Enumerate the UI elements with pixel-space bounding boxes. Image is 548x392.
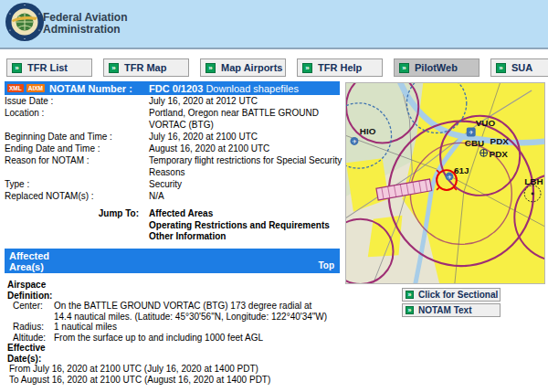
chevrons-icon: » bbox=[302, 63, 312, 73]
field-label: Radius: bbox=[5, 322, 54, 333]
map-label-lbh: LBH bbox=[524, 176, 543, 186]
field-label: Beginning Date and Time : bbox=[5, 131, 149, 143]
tab-map-airports[interactable]: » Map Airports bbox=[200, 58, 286, 77]
affected-areas-section-bar: Affected Area(s) Top bbox=[5, 249, 340, 273]
jump-link-operating-restrictions[interactable]: Operating Restrictions and Requirements bbox=[149, 220, 346, 232]
field-value: Temporary flight restrictions for Specia… bbox=[149, 154, 346, 178]
airspace-definition-block: Airspace Definition: Center: On the BATT… bbox=[5, 280, 346, 385]
airport-symbol-hio: ✈ bbox=[350, 137, 358, 145]
xml-badge-icon[interactable]: XML bbox=[7, 84, 24, 92]
sectional-chart-map[interactable]: ✈ ✈ ✈ HIO VUO CBU PDX PDX 61J LBH bbox=[345, 82, 545, 284]
header: Federal Aviation Administration bbox=[0, 0, 548, 49]
field-value: From the surface up to and including 100… bbox=[54, 333, 330, 344]
map-button-group: » Click for Sectional » NOTAM Text bbox=[402, 288, 501, 319]
field-value: Portland, Oregon near BATTLE GROUND VORT… bbox=[149, 107, 346, 131]
table-row: Reason for NOTAM : Temporary flight rest… bbox=[5, 154, 346, 178]
button-label: Click for Sectional bbox=[418, 290, 498, 300]
tab-label: PilotWeb bbox=[415, 62, 458, 73]
svg-text:✈: ✈ bbox=[352, 139, 356, 144]
notam-text-button[interactable]: » NOTAM Text bbox=[402, 303, 501, 317]
field-value: On the BATTLE GROUND VORTAC (BTG) 173 de… bbox=[54, 301, 330, 322]
field-value: N/A bbox=[149, 190, 346, 202]
airport-symbol-61j: ✈ bbox=[446, 173, 454, 181]
faa-logo-icon bbox=[5, 2, 45, 42]
map-label-pdx: PDX bbox=[490, 136, 510, 146]
svg-text:✈: ✈ bbox=[447, 175, 451, 180]
airport-symbol-vuo: ✈ bbox=[467, 128, 476, 137]
tab-pilotweb[interactable]: » PilotWeb bbox=[394, 58, 480, 77]
field-value: July 16, 2020 at 2100 UTC bbox=[149, 131, 346, 143]
section-title: Affected Area(s) bbox=[9, 250, 73, 272]
jump-link-other-information[interactable]: Other Information bbox=[149, 231, 346, 243]
table-row: Center: On the BATTLE GROUND VORTAC (BTG… bbox=[5, 301, 346, 322]
map-label-cbu: CBU bbox=[465, 138, 484, 148]
airport-symbol-pdx bbox=[480, 149, 488, 156]
notam-number-label: NOTAM Number : bbox=[49, 83, 132, 94]
tab-tfr-help[interactable]: » TFR Help bbox=[297, 58, 383, 77]
table-row: Beginning Date and Time : July 16, 2020 … bbox=[5, 131, 346, 143]
tab-label: Map Airports bbox=[221, 62, 282, 73]
chevrons-icon: » bbox=[109, 63, 119, 73]
notam-number-value: FDC 0/1203 bbox=[149, 83, 203, 94]
agency-title-line2: Administration bbox=[43, 24, 127, 36]
field-value: July 16, 2020 at 2012 UTC bbox=[149, 95, 346, 107]
effective-dates-heading: Effective Date(s): bbox=[7, 343, 71, 364]
tab-tfr-map[interactable]: » TFR Map bbox=[103, 58, 189, 77]
field-label: Location : bbox=[5, 107, 149, 131]
chevrons-icon: » bbox=[206, 63, 216, 73]
field-value: August 16, 2020 at 2100 UTC bbox=[149, 143, 346, 154]
map-label-pdx-2: PDX bbox=[490, 149, 509, 159]
field-label: Center: bbox=[5, 301, 54, 322]
table-row: Ending Date and Time : August 16, 2020 a… bbox=[5, 143, 346, 154]
notam-detail-table: Issue Date : July 16, 2020 at 2012 UTC L… bbox=[5, 95, 346, 202]
click-for-sectional-button[interactable]: » Click for Sectional bbox=[402, 288, 501, 302]
button-label: NOTAM Text bbox=[418, 305, 472, 315]
field-label: Type : bbox=[5, 178, 149, 190]
jump-link-affected-areas[interactable]: Affected Areas bbox=[149, 208, 346, 220]
aixm-badge-icon[interactable]: AIXM bbox=[26, 84, 45, 92]
airspace-heading: Airspace Definition: bbox=[7, 280, 71, 301]
map-label-vuo: VUO bbox=[476, 118, 496, 128]
field-value: 1 nautical miles bbox=[54, 322, 330, 333]
tab-label: TFR Help bbox=[318, 62, 362, 73]
table-row: Altitude: From the surface up to and inc… bbox=[5, 333, 346, 344]
table-row: Type : Security bbox=[5, 178, 346, 190]
top-link[interactable]: Top bbox=[318, 260, 334, 270]
effective-date-to: To August 16, 2020 at 2100 UTC (August 1… bbox=[5, 375, 346, 386]
tab-sua[interactable]: » SUA bbox=[490, 58, 548, 77]
map-label-61j: 61J bbox=[454, 165, 469, 175]
vor-dot bbox=[532, 192, 534, 195]
chevrons-icon: » bbox=[406, 291, 414, 299]
jump-to-block: Jump To: Affected Areas Operating Restri… bbox=[5, 208, 346, 243]
tab-tfr-list[interactable]: » TFR List bbox=[6, 58, 92, 77]
tab-label: SUA bbox=[511, 62, 532, 73]
table-row: Issue Date : July 16, 2020 at 2012 UTC bbox=[5, 95, 346, 107]
notam-number-bar: XML AIXM NOTAM Number : FDC 0/1203 Downl… bbox=[5, 81, 340, 95]
field-label: Altitude: bbox=[5, 333, 54, 344]
field-label: Replaced NOTAM(s) : bbox=[5, 190, 149, 202]
nav-tab-row: » TFR List » TFR Map » Map Airports » TF… bbox=[0, 58, 548, 77]
tab-label: TFR List bbox=[27, 62, 68, 73]
chevrons-icon: » bbox=[496, 63, 506, 73]
svg-text:✈: ✈ bbox=[469, 130, 473, 135]
jump-to-label: Jump To: bbox=[5, 208, 149, 243]
effective-date-from: From July 16, 2020 at 2100 UTC (July 16,… bbox=[5, 364, 346, 375]
download-shapefiles-link[interactable]: Download shapefiles bbox=[206, 83, 299, 94]
field-label: Reason for NOTAM : bbox=[5, 154, 149, 178]
chevrons-icon: » bbox=[399, 63, 409, 73]
table-row: Location : Portland, Oregon near BATTLE … bbox=[5, 107, 346, 131]
agency-title: Federal Aviation Administration bbox=[43, 12, 127, 36]
chevrons-icon: » bbox=[406, 306, 414, 314]
table-row: Radius: 1 nautical miles bbox=[5, 322, 346, 333]
tab-label: TFR Map bbox=[124, 62, 166, 73]
field-label: Ending Date and Time : bbox=[5, 143, 149, 154]
map-label-hio: HIO bbox=[360, 126, 376, 136]
chevrons-icon: » bbox=[12, 63, 22, 73]
table-row: Replaced NOTAM(s) : N/A bbox=[5, 190, 346, 202]
field-label: Issue Date : bbox=[5, 95, 149, 107]
field-value: Security bbox=[149, 178, 346, 190]
